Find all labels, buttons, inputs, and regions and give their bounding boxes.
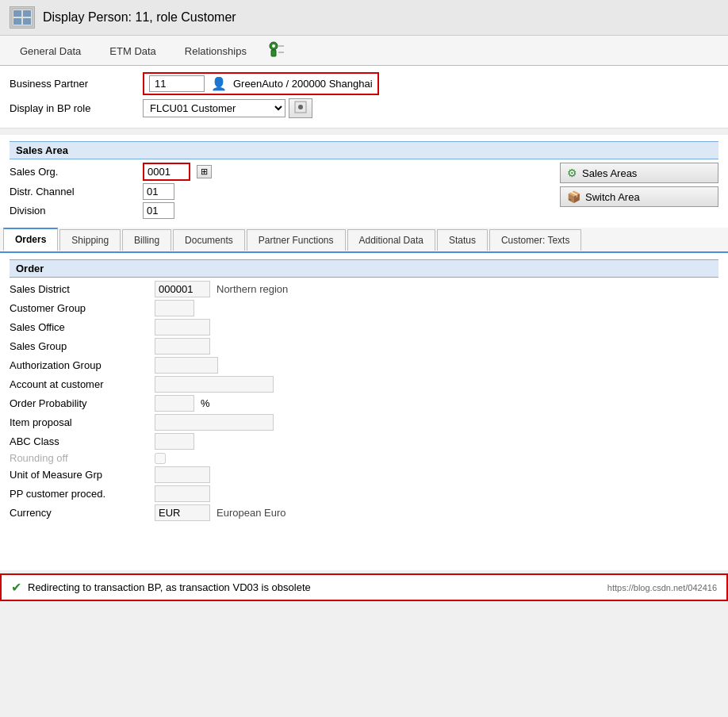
distr-channel-label: Distr. Channel (10, 186, 136, 197)
currency-description: European Euro (216, 507, 285, 519)
inner-tab-bar: Orders Shipping Billing Documents Partne… (0, 228, 728, 253)
sales-org-row: Sales Org. ⊞ (10, 163, 547, 181)
tab-relationships[interactable]: Relationships (171, 38, 260, 63)
switch-area-button[interactable]: 📦 Switch Area (560, 186, 718, 207)
sales-district-label: Sales District (10, 283, 148, 295)
bp-name: GreenAuto / 200000 Shanghai (233, 78, 373, 90)
currency-label: Currency (10, 507, 148, 519)
tab-general-data[interactable]: General Data (6, 38, 94, 63)
sales-area-buttons: ⚙ Sales Areas 📦 Switch Area (560, 163, 718, 221)
bp-number-input[interactable] (149, 75, 205, 92)
authorization-group-row: Authorization Group (10, 357, 718, 374)
pp-customer-label: PP customer proced. (10, 488, 148, 500)
division-input[interactable] (143, 202, 174, 219)
svg-rect-4 (23, 18, 31, 25)
bp-row: Business Partner 👤 GreenAuto / 200000 Sh… (10, 72, 718, 95)
unit-of-measure-row: Unit of Measure Grp (10, 466, 718, 483)
order-probability-label: Order Probability (10, 397, 148, 409)
bp-box: 👤 GreenAuto / 200000 Shanghai (143, 72, 379, 95)
authorization-group-label: Authorization Group (10, 359, 148, 371)
app-icon (10, 6, 35, 29)
account-at-customer-label: Account at customer (10, 378, 148, 390)
order-probability-input[interactable] (155, 395, 194, 412)
item-proposal-row: Item proposal (10, 414, 718, 431)
sales-areas-button[interactable]: ⚙ Sales Areas (560, 163, 718, 183)
role-dropdown-container: FLCU01 Customer (143, 98, 312, 118)
svg-point-6 (272, 44, 275, 48)
tab-shipping[interactable]: Shipping (59, 229, 121, 251)
business-partner-section: Business Partner 👤 GreenAuto / 200000 Sh… (0, 66, 728, 128)
svg-rect-7 (271, 50, 276, 56)
customer-group-row: Customer Group (10, 300, 718, 316)
status-url: https://blog.csdn.net/042416 (607, 583, 717, 592)
status-message: Redirecting to transaction BP, as transa… (28, 581, 311, 593)
abc-class-label: ABC Class (10, 435, 148, 447)
relationships-icon[interactable] (262, 36, 292, 65)
division-label: Division (10, 205, 136, 217)
percent-sign: % (201, 397, 210, 409)
currency-input[interactable] (155, 504, 210, 521)
division-row: Division (10, 202, 547, 219)
authorization-group-input[interactable] (155, 357, 218, 374)
sales-area-header: Sales Area (10, 141, 718, 159)
sales-area-fields: Sales Org. ⊞ Distr. Channel Division (10, 163, 547, 221)
sales-office-label: Sales Office (10, 321, 148, 333)
rounding-off-label: Rounding off (10, 452, 148, 464)
role-select[interactable]: FLCU01 Customer (143, 99, 285, 117)
abc-class-input[interactable] (155, 433, 194, 450)
item-proposal-label: Item proposal (10, 416, 148, 428)
top-tab-bar: General Data ETM Data Relationships (0, 36, 728, 66)
tab-orders[interactable]: Orders (3, 228, 58, 251)
title-bar: Display Person: 11, role Customer (0, 0, 728, 36)
order-section: Order Sales District Northern region Cus… (0, 253, 728, 570)
sales-org-copy-button[interactable]: ⊞ (197, 165, 212, 178)
page-title: Display Person: 11, role Customer (43, 10, 236, 25)
tab-etm-data[interactable]: ETM Data (96, 38, 170, 63)
distr-channel-input[interactable] (143, 183, 174, 200)
currency-row: Currency European Euro (10, 504, 718, 521)
sales-group-row: Sales Group (10, 338, 718, 355)
tab-billing[interactable]: Billing (122, 229, 171, 251)
item-proposal-input[interactable] (155, 414, 274, 431)
order-section-header: Order (10, 259, 718, 278)
account-at-customer-row: Account at customer (10, 376, 718, 393)
tab-partner-functions[interactable]: Partner Functions (247, 229, 346, 251)
sales-office-row: Sales Office (10, 319, 718, 335)
display-bp-role-row: Display in BP role FLCU01 Customer (10, 98, 718, 118)
customer-group-label: Customer Group (10, 302, 148, 314)
rounding-off-row: Rounding off (10, 452, 718, 464)
rounding-off-checkbox (155, 453, 166, 464)
customer-group-input[interactable] (155, 300, 194, 316)
sales-org-input[interactable] (143, 163, 190, 181)
status-check-icon: ✔ (11, 580, 21, 595)
sales-district-input[interactable] (155, 281, 210, 297)
sales-areas-icon: ⚙ (567, 167, 577, 179)
order-probability-row: Order Probability % (10, 395, 718, 412)
bp-label: Business Partner (10, 78, 136, 90)
sales-area-content: Sales Org. ⊞ Distr. Channel Division ⚙ S… (10, 163, 718, 221)
svg-rect-3 (13, 18, 21, 25)
abc-class-row: ABC Class (10, 433, 718, 450)
display-bp-role-label: Display in BP role (10, 102, 136, 114)
sales-group-label: Sales Group (10, 340, 148, 352)
sales-district-row: Sales District Northern region (10, 281, 718, 297)
sales-group-input[interactable] (155, 338, 210, 355)
tab-additional-data[interactable]: Additional Data (347, 229, 435, 251)
pp-customer-row: PP customer proced. (10, 485, 718, 502)
tab-documents[interactable]: Documents (173, 229, 245, 251)
person-icon: 👤 (211, 76, 227, 91)
distr-channel-row: Distr. Channel (10, 183, 547, 200)
svg-rect-1 (13, 10, 21, 17)
tab-customer-texts[interactable]: Customer: Texts (489, 229, 581, 251)
sales-office-input[interactable] (155, 319, 210, 335)
sales-district-value: Northern region (216, 283, 288, 295)
unit-of-measure-input[interactable] (155, 466, 210, 483)
svg-point-11 (298, 105, 303, 109)
switch-area-icon: 📦 (567, 190, 580, 203)
pp-customer-input[interactable] (155, 485, 210, 502)
unit-of-measure-label: Unit of Measure Grp (10, 469, 148, 481)
sales-area-section: Sales Area Sales Org. ⊞ Distr. Channel D… (0, 135, 728, 228)
tab-status[interactable]: Status (437, 229, 488, 251)
role-settings-button[interactable] (289, 98, 312, 118)
account-at-customer-input[interactable] (155, 376, 274, 393)
